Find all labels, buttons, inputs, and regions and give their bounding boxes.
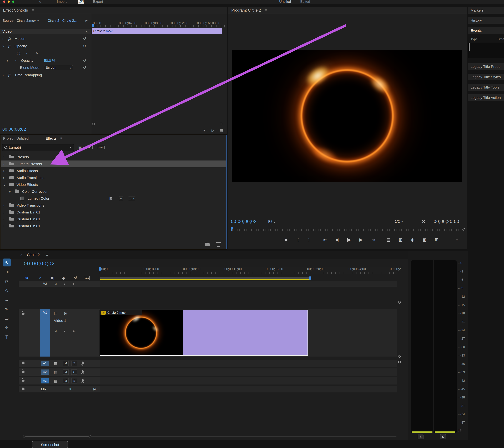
panel-legacy-title-properties[interactable]: Legacy Title Proper <box>468 63 504 70</box>
lift-button[interactable]: ▤ <box>386 235 390 244</box>
panel-legacy-title-styles[interactable]: Legacy Title Styles <box>468 74 504 80</box>
track-target-a2[interactable]: A2 <box>41 370 49 375</box>
track-target-v1[interactable]: V1 <box>40 309 50 356</box>
video-section-row[interactable]: Video ∧ <box>0 29 91 34</box>
export-frame-button[interactable]: ◉ <box>411 235 414 244</box>
ec-timecode[interactable]: 00;00;00;02 <box>2 127 26 132</box>
expander-icon[interactable]: › <box>3 167 4 174</box>
screenshot-button[interactable]: Screenshot <box>32 441 68 448</box>
mic-icon[interactable] <box>82 379 84 382</box>
expander-icon[interactable]: › <box>2 73 4 78</box>
step-forward-button[interactable]: ▶ <box>360 235 362 244</box>
panel-legacy-title-tools[interactable]: Legacy Title Tools <box>468 84 504 91</box>
scrollbar-thumb[interactable] <box>24 436 90 437</box>
track-target-v2[interactable]: V2 <box>43 281 47 287</box>
yuv-filter-badge[interactable]: YUV <box>97 146 105 149</box>
add-keyframe-icon[interactable]: ● <box>64 283 65 285</box>
tab-edit[interactable]: Edit <box>78 0 84 4</box>
nest-toggle-button[interactable]: ∗ <box>25 275 28 281</box>
add-marker-button[interactable]: ◆ <box>284 235 287 244</box>
effects-tree-item-lumetri-color-6[interactable]: Lumetri Color⊞32YUV <box>1 195 226 202</box>
ellipse-mask-button[interactable]: ◯ <box>17 51 20 56</box>
mic-icon[interactable] <box>82 370 84 373</box>
opacity-value[interactable]: 50.0 % <box>44 58 55 63</box>
snap-button[interactable]: ∩ <box>39 275 42 281</box>
mute-button[interactable]: M <box>63 378 69 384</box>
source-patch-icon[interactable]: ▤ <box>54 370 57 374</box>
delete-icon[interactable] <box>217 243 220 247</box>
track-resize-handle[interactable] <box>398 301 401 304</box>
source-patch-icon[interactable]: ▤ <box>54 311 57 315</box>
track-target-a1[interactable]: A1 <box>41 361 49 366</box>
effects-tree-item-lumetri-presets-1[interactable]: ›Lumetri Presets <box>1 160 226 167</box>
export-icon[interactable]: ▤ <box>220 129 223 132</box>
extract-button[interactable]: ▥ <box>398 235 402 244</box>
lock-icon[interactable] <box>22 362 24 364</box>
close-window-button[interactable] <box>3 0 5 3</box>
toggle-track-output-icon[interactable]: ◉ <box>64 311 67 315</box>
tab-import[interactable]: Import <box>57 0 67 3</box>
track-content-v1[interactable]: fx Circle 2.mov <box>100 309 397 356</box>
razor-tool[interactable]: ◇ <box>3 287 11 294</box>
lock-icon[interactable] <box>22 371 24 373</box>
source-patch-icon[interactable]: ▤ <box>54 379 57 383</box>
linked-selection-button[interactable]: ▣ <box>50 275 54 281</box>
scrollbar-handle-left[interactable] <box>23 435 25 437</box>
prev-keyframe-icon[interactable]: ◀ <box>55 330 56 332</box>
effects-tree-item-video-transitions-7[interactable]: ›Video Transitions <box>1 202 226 209</box>
clip-bar[interactable]: Circle 2.mov <box>92 28 222 34</box>
accelerated-effects-filter-icon[interactable]: ⊞ <box>78 145 82 150</box>
reset-icon[interactable]: ↺ <box>83 65 86 70</box>
play-around-icon[interactable]: ▷ <box>212 129 214 132</box>
tab-export[interactable]: Export <box>93 0 103 3</box>
next-keyframe-icon[interactable]: ▶ <box>73 283 75 285</box>
sequence-tab[interactable]: Circle 2 <box>27 251 40 259</box>
rect-mask-button[interactable]: ▭ <box>26 51 30 56</box>
work-area-end-marker[interactable] <box>309 276 311 280</box>
panel-menu-icon[interactable]: ≡ <box>60 135 63 142</box>
minimize-window-button[interactable] <box>8 0 10 3</box>
expander-icon[interactable]: ∨ <box>3 181 6 188</box>
scrollbar-handle-left[interactable] <box>92 123 95 125</box>
reset-icon[interactable]: ↺ <box>83 58 86 63</box>
effect-controls-timeline[interactable]: 00;0000;00;04;0000;00;08;0000;00;12;0000… <box>91 14 227 134</box>
scrollbar[interactable] <box>469 43 469 51</box>
playback-resolution-select[interactable]: 1/2∨ <box>395 218 403 225</box>
play-button[interactable]: ▶ <box>347 235 351 244</box>
motion-row[interactable]: › fx Motion ↺ <box>0 36 91 41</box>
expander-icon[interactable]: › <box>3 160 4 167</box>
mute-button[interactable]: M <box>63 361 69 366</box>
clip-circle2[interactable]: fx Circle 2.mov <box>100 310 308 356</box>
panel-menu-icon[interactable]: ≡ <box>32 8 34 12</box>
panel-history[interactable]: History <box>468 17 504 24</box>
tab-effects[interactable]: Effects <box>46 135 56 142</box>
stopwatch-icon[interactable]: ◔ <box>15 58 17 63</box>
track-content-a1[interactable] <box>100 360 397 367</box>
effects-tree-item-audio-effects-2[interactable]: ›Audio Effects <box>1 167 226 174</box>
blend-mode-select[interactable]: Screen∨ <box>44 65 73 70</box>
add-marker-button[interactable]: ◆ <box>62 275 65 281</box>
clear-search-icon[interactable]: × <box>70 144 72 151</box>
slip-tool[interactable]: ↔ <box>3 296 11 304</box>
track-target-a3[interactable]: A3 <box>41 378 49 384</box>
timeline-settings-button[interactable]: ⚒ <box>74 275 78 281</box>
track-content-a2[interactable] <box>100 369 397 376</box>
opacity-row[interactable]: ∨ fx Opacity ↺ <box>0 43 91 49</box>
solo-button[interactable]: S <box>71 378 77 384</box>
go-to-in-button[interactable]: ⇤ <box>323 235 327 244</box>
step-back-button[interactable]: ◀ <box>335 235 338 244</box>
expander-icon[interactable]: › <box>3 154 4 160</box>
events-list[interactable] <box>468 43 504 58</box>
mute-button[interactable]: M <box>63 370 69 375</box>
timeline-zoom-scrollbar[interactable] <box>24 434 396 438</box>
captions-button[interactable]: CC <box>84 276 90 280</box>
scrollbar-handle-right[interactable] <box>220 123 222 125</box>
settings-wrench-icon[interactable]: ⚒ <box>422 218 425 225</box>
expander-icon[interactable]: › <box>3 202 4 209</box>
track-content-a3[interactable] <box>100 377 397 385</box>
mic-icon[interactable] <box>82 362 84 365</box>
zoom-select[interactable]: Fit∨ <box>268 218 275 225</box>
expander-icon[interactable]: ∨ <box>9 188 11 195</box>
track-select-forward-tool[interactable]: ⇥ <box>3 268 11 276</box>
bit32-filter-badge[interactable]: 32 <box>88 146 92 149</box>
